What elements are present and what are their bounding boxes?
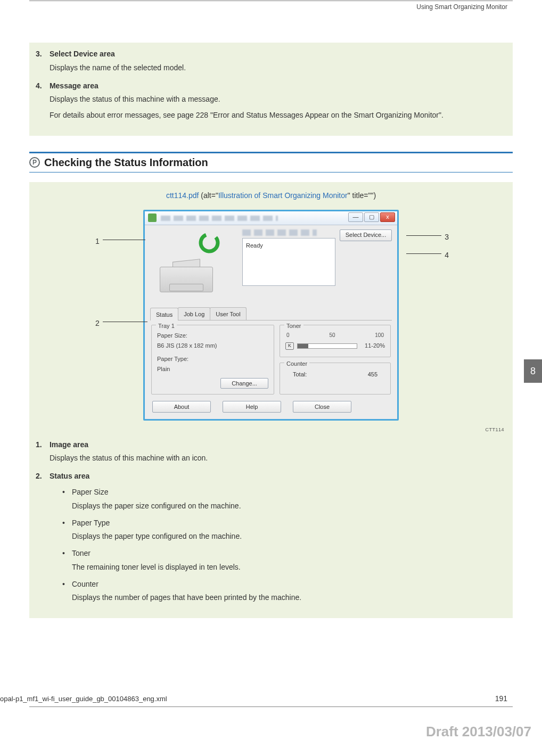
p-badge-icon: P bbox=[29, 157, 40, 168]
callout-label: 4 bbox=[445, 251, 449, 259]
caption-text: (alt=" bbox=[199, 191, 218, 200]
callout-label: 1 bbox=[95, 237, 100, 245]
toner-percent: 11-20% bbox=[365, 341, 385, 351]
bullet-body: The remaining toner level is displayed i… bbox=[72, 561, 506, 574]
callout-3: 3 bbox=[445, 231, 449, 244]
toner-legend: Toner bbox=[284, 321, 303, 331]
def-title: Select Device area bbox=[50, 50, 115, 58]
page-number: 191 bbox=[495, 694, 507, 703]
def-body: Displays the status of this machine with… bbox=[50, 93, 506, 106]
caption-text: " title="") bbox=[348, 191, 376, 200]
callout-1: 1 bbox=[95, 235, 100, 248]
svg-point-0 bbox=[198, 232, 220, 254]
som-screenshot: — ▢ x bbox=[143, 210, 399, 421]
app-icon bbox=[148, 213, 157, 222]
def-num: 3. bbox=[36, 48, 47, 61]
toner-bar bbox=[297, 343, 357, 349]
paper-type-value: Plain bbox=[157, 364, 268, 374]
tray1-legend: Tray 1 bbox=[156, 321, 177, 331]
counter-legend: Counter bbox=[284, 359, 309, 369]
def-title: Status area bbox=[50, 472, 89, 480]
counter-total-value: 455 bbox=[368, 369, 377, 380]
window-titlebar: — ▢ x bbox=[145, 211, 397, 225]
select-device-button[interactable]: Select Device... bbox=[340, 229, 392, 241]
list-item: Paper Size Displays the paper size confi… bbox=[62, 486, 506, 513]
bullet-title: Counter bbox=[72, 580, 98, 588]
paper-type-label: Paper Type: bbox=[157, 354, 268, 364]
def-num: 1. bbox=[36, 439, 47, 451]
callout-label: 2 bbox=[95, 319, 100, 327]
figure-id: CTT114 bbox=[36, 426, 506, 434]
bullet-body: Displays the paper type configured on th… bbox=[72, 530, 506, 543]
tab-user-tool[interactable]: User Tool bbox=[210, 307, 246, 321]
toner-group: Toner 0 50 100 K 11-20 bbox=[280, 325, 391, 357]
message-area: Ready bbox=[242, 238, 335, 286]
message-text: Ready bbox=[246, 242, 263, 249]
figure-caption: ctt114.pdf (alt="Illustration of Smart O… bbox=[36, 190, 506, 202]
source-file-name: opal-p1_mf1_wi-fi_user_guide_gb_00104863… bbox=[0, 695, 167, 703]
about-button[interactable]: About bbox=[152, 401, 211, 413]
callout-2: 2 bbox=[95, 317, 100, 330]
header-rule bbox=[29, 1, 513, 1]
bullet-title: Paper Size bbox=[72, 488, 108, 496]
close-window-button[interactable]: x bbox=[380, 212, 395, 222]
window-title-blurred bbox=[161, 216, 278, 221]
list-item: Counter Displays the number of pages tha… bbox=[62, 578, 506, 605]
caption-file-link[interactable]: ctt114.pdf bbox=[166, 191, 199, 200]
def-title: Image area bbox=[50, 440, 88, 449]
device-name-blurred bbox=[242, 229, 317, 236]
bullet-title: Paper Type bbox=[72, 519, 110, 527]
def-num: 4. bbox=[36, 80, 47, 93]
bullet-title: Toner bbox=[72, 549, 91, 557]
definition-box-top: 3. Select Device area Displays the name … bbox=[29, 43, 513, 136]
running-head: Using Smart Organizing Monitor bbox=[416, 3, 507, 11]
image-area bbox=[150, 229, 238, 299]
paper-size-label: Paper Size: bbox=[157, 331, 268, 341]
printer-icon bbox=[155, 256, 219, 299]
toner-cartridge-icon: K bbox=[285, 342, 294, 350]
caption-alt-link[interactable]: Illustration of Smart Organizing Monitor bbox=[218, 191, 348, 200]
minimize-button[interactable]: — bbox=[348, 212, 363, 222]
callout-label: 3 bbox=[445, 233, 449, 241]
tab-job-log[interactable]: Job Log bbox=[178, 307, 210, 321]
bullet-body: Displays the number of pages that have b… bbox=[72, 591, 506, 604]
bullet-body: Displays the paper size configured on th… bbox=[72, 500, 506, 513]
figure-box: ctt114.pdf (alt="Illustration of Smart O… bbox=[29, 182, 513, 618]
figure-wrap: 1 2 3 4 bbox=[101, 210, 441, 421]
tray1-group: Tray 1 Paper Size: B6 JIS (128 x 182 mm)… bbox=[151, 325, 274, 395]
tab-bar: Status Job Log User Tool bbox=[150, 307, 392, 321]
def-num: 2. bbox=[36, 470, 47, 483]
tab-status[interactable]: Status bbox=[150, 308, 178, 321]
section-heading: P Checking the Status Information bbox=[29, 152, 513, 172]
list-item: Paper Type Displays the paper type confi… bbox=[62, 517, 506, 544]
help-button[interactable]: Help bbox=[223, 401, 281, 413]
def-body: Displays the name of the selected model. bbox=[50, 62, 506, 75]
change-button[interactable]: Change... bbox=[220, 378, 268, 389]
counter-total-label: Total: bbox=[293, 369, 307, 380]
footer-rule bbox=[29, 706, 513, 707]
section-heading-text: Checking the Status Information bbox=[44, 157, 208, 169]
toner-scale-0: 0 bbox=[286, 331, 290, 340]
counter-group: Counter Total: 455 bbox=[280, 363, 391, 395]
def-body: Displays the status of this machine with… bbox=[50, 452, 506, 465]
toner-scale-100: 100 bbox=[375, 331, 384, 340]
close-button[interactable]: Close bbox=[293, 401, 351, 413]
chapter-tab: 8 bbox=[524, 359, 542, 383]
toner-scale-50: 50 bbox=[329, 331, 335, 340]
draft-watermark: Draft 2013/03/07 bbox=[426, 724, 531, 740]
maximize-button[interactable]: ▢ bbox=[364, 212, 379, 222]
status-ring-icon bbox=[198, 232, 220, 254]
paper-size-value: B6 JIS (128 x 182 mm) bbox=[157, 341, 268, 351]
list-item: Toner The remaining toner level is displ… bbox=[62, 547, 506, 574]
callout-4: 4 bbox=[445, 249, 449, 262]
def-title: Message area bbox=[50, 81, 98, 90]
def-body: For details about error messages, see pa… bbox=[50, 109, 506, 122]
